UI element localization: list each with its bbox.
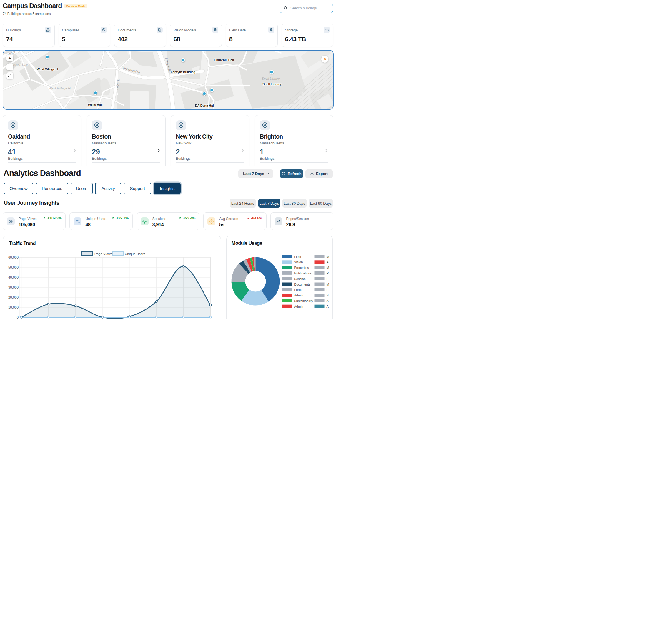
svg-text:60,000: 60,000	[8, 256, 19, 259]
svg-text:Admin: Admin	[294, 293, 303, 297]
svg-text:Vision: Vision	[294, 260, 303, 264]
svg-text:Documents: Documents	[294, 282, 311, 286]
svg-text:Sustainability: Sustainability	[294, 299, 313, 302]
svg-text:0: 0	[17, 315, 19, 318]
svg-text:M: M	[326, 266, 329, 269]
svg-text:M: M	[326, 255, 329, 258]
svg-text:20,000: 20,000	[8, 295, 19, 299]
svg-text:R: R	[326, 271, 329, 275]
svg-text:Unique Users: Unique Users	[125, 252, 145, 256]
svg-text:30,000: 30,000	[8, 286, 19, 289]
svg-text:40,000: 40,000	[8, 276, 19, 279]
svg-text:Field: Field	[294, 255, 301, 258]
svg-text:F: F	[326, 277, 329, 280]
svg-text:50,000: 50,000	[8, 266, 19, 269]
svg-text:A: A	[326, 304, 329, 308]
svg-text:10,000: 10,000	[8, 306, 19, 309]
svg-text:Forge: Forge	[294, 288, 303, 291]
svg-text:A: A	[326, 299, 329, 302]
svg-text:Session: Session	[294, 277, 306, 280]
svg-text:M: M	[326, 282, 329, 286]
svg-text:S: S	[326, 293, 329, 297]
svg-text:Properties: Properties	[294, 266, 309, 269]
svg-text:Notifications: Notifications	[294, 271, 312, 275]
svg-text:Admin: Admin	[294, 304, 303, 308]
svg-text:A: A	[326, 260, 329, 264]
svg-text:Page Views: Page Views	[94, 252, 112, 256]
svg-text:E: E	[326, 288, 329, 291]
